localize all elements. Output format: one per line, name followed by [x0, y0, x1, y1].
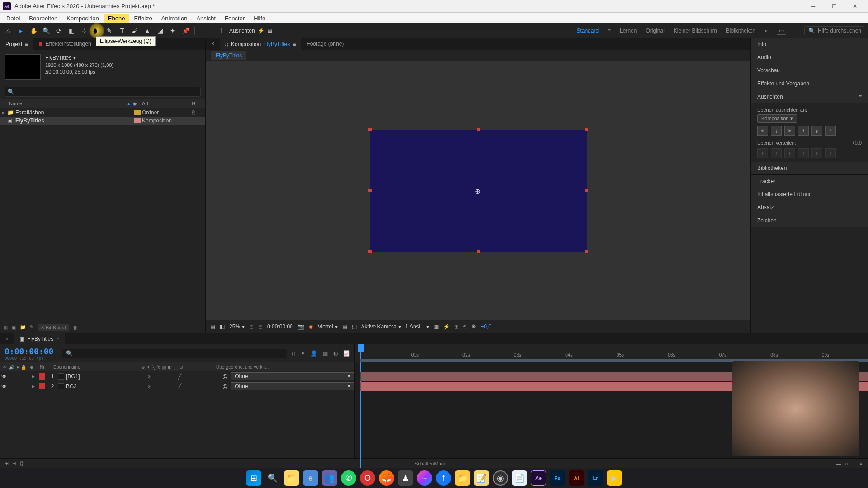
col-visibility-icon[interactable]: 👁 — [3, 365, 7, 370]
panel-bibliotheken[interactable]: Bibliotheken — [751, 162, 868, 175]
visibility-toggle[interactable]: 👁 — [0, 373, 8, 380]
tab-komposition[interactable]: ⎌ Komposition FlyByTitles ≡ — [220, 38, 301, 50]
menu-animation[interactable]: Animation — [157, 14, 192, 23]
panel-menu-icon[interactable]: ≡ — [859, 94, 862, 100]
after-effects-icon[interactable]: Ae — [531, 470, 546, 486]
col-name-header[interactable]: Ebenenname — [51, 365, 141, 370]
layer-name[interactable]: BG2 — [66, 383, 147, 389]
panel-vorschau[interactable]: Vorschau — [751, 64, 868, 77]
handle-ml[interactable] — [368, 189, 372, 192]
handle-br[interactable] — [585, 250, 588, 253]
timeline-tab-close[interactable]: × — [0, 333, 14, 344]
tab-menu-icon[interactable]: ≡ — [56, 336, 59, 342]
home-icon[interactable]: ⌂ — [3, 25, 14, 36]
workspace-original[interactable]: Original — [646, 28, 664, 34]
new-comp-icon[interactable]: ▣ — [12, 324, 16, 330]
zoom-dropdown[interactable]: 25% ▾ — [229, 324, 245, 330]
col-parent-header[interactable]: Übergeordnet und verkn... — [213, 365, 354, 370]
switch-icon[interactable]: ▥ — [162, 365, 166, 370]
facebook-icon[interactable]: f — [436, 470, 451, 486]
align-left-button[interactable]: ⫷ — [757, 126, 768, 136]
switch-icon[interactable]: fx — [156, 365, 160, 370]
toggle-brackets-icon[interactable]: {} — [20, 460, 23, 466]
panel-ausrichten[interactable]: Ausrichten≡ — [751, 90, 868, 103]
minimize-button[interactable]: ─ — [803, 0, 824, 13]
visibility-toggle[interactable]: 👁 — [0, 383, 8, 389]
snap-checkbox[interactable] — [221, 28, 226, 33]
col-solo-icon[interactable]: ● — [16, 365, 19, 370]
handle-mr[interactable] — [585, 189, 588, 192]
project-row-comp[interactable]: ▣ FlyByTitles Komposition — [0, 117, 205, 125]
new-folder-icon[interactable]: 📁 — [20, 324, 26, 330]
sort-icon[interactable]: ▴ — [127, 101, 130, 107]
comp-mini-flowchart-icon[interactable]: ⎌ — [292, 350, 295, 357]
exposure-value[interactable]: +0,0 — [481, 324, 491, 330]
hand-tool-icon[interactable]: ✋ — [28, 25, 39, 36]
align-top-button[interactable]: ⫯ — [798, 126, 809, 136]
expand-icon[interactable]: ▸ — [30, 373, 37, 380]
parent-dropdown[interactable]: Ohne▾ — [231, 372, 354, 380]
snap-grid-icon[interactable]: ▦ — [267, 28, 272, 34]
switch-quality[interactable]: ╱ — [178, 383, 181, 389]
whatsapp-icon[interactable]: ✆ — [341, 470, 356, 486]
menu-fenster[interactable]: Fenster — [220, 14, 249, 23]
timeline-tab[interactable]: ▣ FlyByTitles ≡ — [14, 333, 65, 344]
file-explorer-icon[interactable]: 📁 — [284, 470, 299, 486]
breadcrumb[interactable]: FlyByTitles — [211, 51, 246, 60]
switch-icon[interactable]: ⊛ — [141, 365, 145, 370]
app-icon[interactable]: ♟ — [398, 470, 413, 486]
draft-3d-icon[interactable]: ✦ — [301, 350, 305, 357]
timeline-layer-2[interactable]: 👁 ▸ 2 BG2 ⊛╱ @ Ohne▾ — [0, 381, 354, 391]
type-tool-icon[interactable]: T — [117, 25, 127, 36]
bit-depth[interactable]: 8-Bit-Kanal — [38, 324, 69, 331]
3d-icon[interactable]: ⬚ — [352, 324, 357, 330]
shape-tool-icon[interactable]: ⬮ Ellipse-Werkzeug (Q) — [91, 25, 102, 36]
alpha-icon[interactable]: ▦ — [210, 324, 215, 330]
shy-icon[interactable]: 👤 — [311, 350, 317, 357]
workspace-bibliotheken[interactable]: Bibliotheken — [726, 28, 755, 34]
switch-shy[interactable]: ⊛ — [147, 373, 152, 380]
tab-projekt[interactable]: Projekt ≡ — [0, 38, 33, 50]
expand-icon[interactable]: ▸ — [30, 383, 37, 389]
menu-hilfe[interactable]: Hilfe — [249, 14, 270, 23]
snap-options-icon[interactable]: ⚡ — [258, 28, 264, 34]
workspace-standard[interactable]: Standard — [576, 28, 599, 34]
exposure-reset-icon[interactable]: ☀ — [471, 324, 476, 330]
distribute-offset[interactable]: +0,0 — [852, 140, 862, 145]
taskbar-search-icon[interactable]: 🔍 — [265, 470, 280, 486]
pickwhip-icon[interactable]: @ — [222, 373, 228, 380]
selection-tool-icon[interactable]: ▸ — [15, 25, 26, 36]
switch-icon[interactable]: ⊙ — [179, 365, 183, 370]
menu-bearbeiten[interactable]: Bearbeiten — [24, 14, 62, 23]
workspace-menu-icon[interactable]: ≡ — [608, 28, 611, 34]
pickwhip-icon[interactable]: @ — [222, 383, 228, 389]
panel-tracker[interactable]: Tracker — [751, 175, 868, 188]
handle-tl[interactable] — [368, 128, 372, 131]
col-name-header[interactable]: Name — [0, 101, 127, 107]
col-label-header[interactable]: ◆ — [133, 101, 142, 107]
time-ruler[interactable]: 01s 02s 03s 04s 05s 06s 07s 08s 09s — [355, 344, 868, 362]
workspace-kleiner[interactable]: Kleiner Bildschirm — [674, 28, 717, 34]
align-target-dropdown[interactable]: Komposition ▾ — [757, 114, 797, 123]
link-icon[interactable]: ⎘ — [192, 109, 205, 116]
panel-audio[interactable]: Audio — [751, 51, 868, 64]
switch-icon[interactable]: ╲ — [152, 365, 155, 370]
folder-icon[interactable]: 📁 — [455, 470, 470, 486]
menu-datei[interactable]: Datei — [2, 14, 24, 23]
handle-tm[interactable] — [477, 128, 480, 131]
col-size-header[interactable]: G — [192, 101, 205, 107]
anchor-point-icon[interactable]: ⊕ — [475, 187, 481, 196]
menu-effekte[interactable]: Effekte — [129, 14, 156, 23]
close-button[interactable]: ✕ — [844, 0, 865, 13]
switch-quality[interactable]: ╱ — [178, 373, 181, 380]
maximize-button[interactable]: ☐ — [824, 0, 844, 13]
switch-icon[interactable]: ✦ — [146, 365, 150, 370]
switch-icon[interactable]: ◐ — [168, 365, 172, 370]
zoom-out-icon[interactable]: ▬ — [836, 461, 841, 466]
panel-absatz[interactable]: Absatz — [751, 201, 868, 214]
composition-canvas[interactable]: ⊕ — [370, 130, 587, 252]
toggle-switches-icon[interactable]: ⊞ — [5, 460, 9, 466]
comp-thumbnail[interactable] — [5, 54, 41, 80]
frame-blend-icon[interactable]: ▥ — [323, 350, 328, 357]
tab-menu-icon[interactable]: ≡ — [25, 41, 28, 47]
